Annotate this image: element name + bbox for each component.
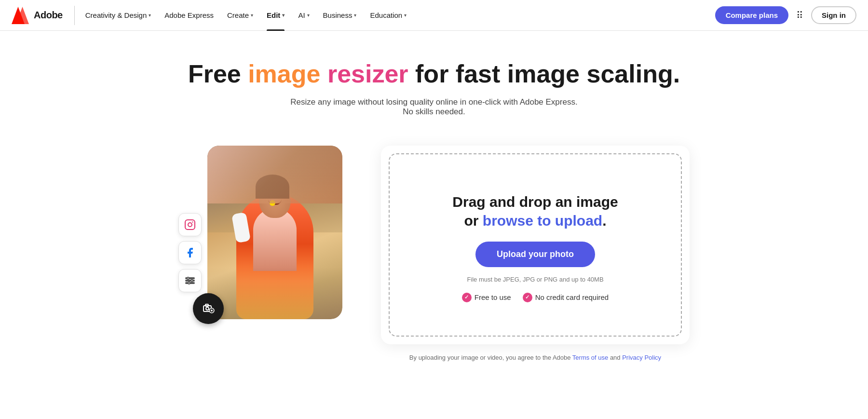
chevron-down-icon: ▾: [354, 13, 356, 18]
nav-right: Compare plans ⠿ Sign in: [715, 6, 856, 24]
svg-point-4: [192, 221, 193, 222]
grid-icon[interactable]: ⠿: [796, 10, 803, 21]
upload-box-section: Drag and drop an image or browse to uplo…: [381, 146, 690, 361]
terms-of-use-link[interactable]: Terms of use: [572, 354, 608, 361]
chevron-down-icon: ▾: [404, 13, 407, 18]
facebook-icon-button[interactable]: [178, 241, 202, 264]
instagram-icon-button[interactable]: [178, 213, 202, 236]
upload-badges: ✓ Free to use ✓ No credit card required: [462, 293, 609, 302]
nav-item-express[interactable]: Adobe Express: [158, 0, 220, 31]
nav-item-business[interactable]: Business ▾: [316, 0, 364, 31]
hero-title-suffix: for fast image scaling.: [408, 60, 680, 88]
chevron-down-icon: ▾: [307, 13, 310, 18]
adobe-logo-icon: [12, 7, 29, 24]
browse-link[interactable]: browse to upload: [483, 213, 602, 229]
compare-plans-button[interactable]: Compare plans: [715, 6, 788, 24]
svg-point-9: [191, 280, 193, 282]
free-to-use-badge: ✓ Free to use: [462, 293, 511, 302]
hero-title-prefix: Free: [188, 60, 248, 88]
check-icon-free: ✓: [462, 293, 472, 302]
hero-subtitle: Resize any image without losing quality …: [289, 97, 579, 117]
chevron-down-icon: ▾: [149, 13, 151, 18]
nav-item-create[interactable]: Create ▾: [220, 0, 260, 31]
nav-divider: [74, 6, 75, 25]
upload-outer: Drag and drop an image or browse to uplo…: [381, 146, 690, 344]
hero-title-image: image: [248, 60, 320, 88]
adobe-text: Adobe: [34, 10, 63, 21]
privacy-policy-link[interactable]: Privacy Policy: [622, 354, 661, 361]
svg-rect-2: [185, 220, 195, 230]
social-icons-panel: [178, 213, 202, 292]
circular-action-button[interactable]: [193, 293, 224, 324]
sign-in-button[interactable]: Sign in: [811, 6, 856, 24]
svg-point-12: [206, 307, 209, 310]
hero-title-resizer: resizer: [327, 60, 408, 88]
upload-terms: By uploading your image or video, you ag…: [381, 354, 690, 361]
svg-point-8: [187, 277, 189, 279]
upload-title: Drag and drop an image or browse to uplo…: [452, 192, 618, 230]
logo[interactable]: Adobe: [12, 7, 63, 24]
no-credit-card-badge: ✓ No credit card required: [523, 293, 609, 302]
nav-item-education[interactable]: Education ▾: [363, 0, 413, 31]
check-icon-credit: ✓: [523, 293, 532, 302]
upload-hint: File must be JPEG, JPG or PNG and up to …: [467, 276, 603, 283]
nav-item-ai[interactable]: AI ▾: [291, 0, 316, 31]
chevron-down-icon: ▾: [251, 13, 253, 18]
left-preview-section: [178, 146, 352, 319]
main-content: Drag and drop an image or browse to uplo…: [96, 136, 772, 380]
hero-title: Free image resizer for fast image scalin…: [10, 60, 858, 89]
nav-item-edit[interactable]: Edit ▾: [260, 0, 291, 31]
nav-item-creativity[interactable]: Creativity & Design ▾: [79, 0, 158, 31]
chevron-down-icon: ▾: [282, 13, 285, 18]
upload-drop-zone[interactable]: Drag and drop an image or browse to uplo…: [389, 153, 682, 337]
settings-icon-button[interactable]: [178, 269, 202, 292]
svg-point-10: [188, 282, 190, 284]
hero-section: Free image resizer for fast image scalin…: [0, 31, 868, 136]
preview-image: [207, 146, 342, 319]
navbar: Adobe Creativity & Design ▾ Adobe Expres…: [0, 0, 868, 31]
svg-point-3: [188, 223, 192, 227]
upload-photo-button[interactable]: Upload your photo: [475, 242, 595, 267]
